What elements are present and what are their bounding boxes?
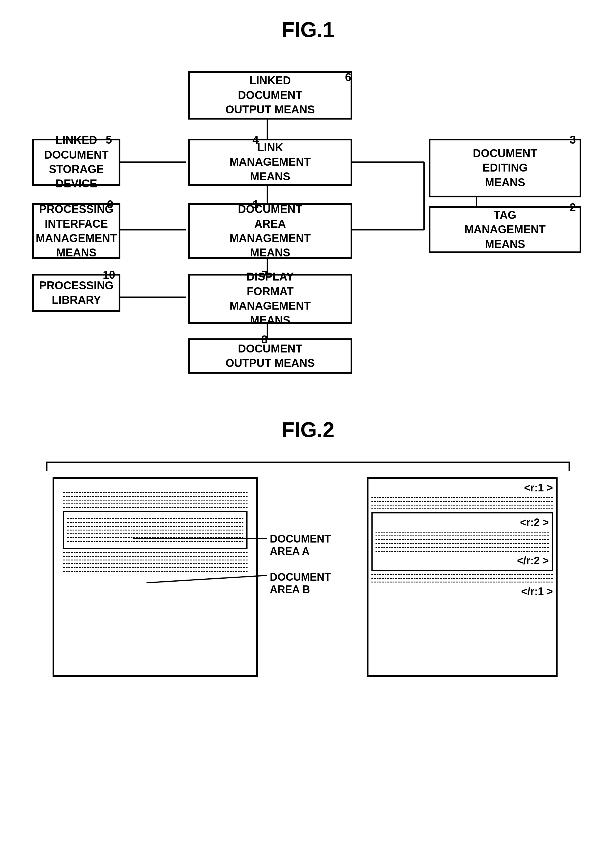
dashed-line: [67, 530, 244, 530]
dashed-line: [63, 504, 248, 504]
box-1: DOCUMENT AREA MANAGEMENT MEANS: [188, 203, 352, 259]
dashed-line: [371, 501, 553, 502]
box-8: DOCUMENT OUTPUT MEANS: [188, 338, 352, 373]
tag-r2-open: <r:2 >: [375, 516, 549, 529]
dashed-line: [371, 581, 553, 583]
dashed-line: [371, 497, 553, 498]
dashed-line: [63, 560, 248, 560]
dashed-line: [67, 518, 244, 519]
label-5: 5: [106, 134, 112, 146]
box-7: DISPLAY FORMAT MANAGEMENT MEANS: [188, 274, 352, 324]
label-4: 4: [253, 134, 259, 146]
dashed-line: [63, 556, 248, 557]
page: FIG.1: [0, 0, 616, 706]
dashed-line: [63, 507, 248, 508]
box-6: LINKED DOCUMENT OUTPUT MEANS: [188, 71, 352, 120]
label-7: 7: [261, 269, 268, 281]
fig2-title: FIG.2: [23, 418, 593, 442]
tag-r1-close: </r:1 >: [371, 586, 553, 598]
dashed-line: [375, 536, 549, 536]
doc-right-outer: <r:1 > <r:2 > </r:2 > </r:: [367, 477, 558, 677]
fig1-title: FIG.1: [23, 18, 593, 42]
dashed-line: [63, 567, 248, 568]
label-2: 2: [570, 201, 576, 214]
fig2-diagram: DOCUMENT AREA A DOCUMENT AREA B <r:1 > <…: [29, 459, 587, 689]
box-2: TAG MANAGEMENT MEANS: [429, 206, 581, 253]
dashed-line: [375, 547, 549, 548]
dashed-line: [371, 505, 553, 505]
dashed-line: [67, 537, 244, 538]
label-3: 3: [570, 134, 576, 146]
dashed-line: [63, 499, 248, 501]
doc-left-outer: [53, 477, 258, 677]
dashed-line: [371, 574, 553, 575]
dashed-line: [63, 496, 248, 497]
label-1: 1: [253, 198, 259, 211]
dashed-line: [67, 526, 244, 527]
doc-area-b-label: DOCUMENT AREA B: [270, 571, 331, 596]
dashed-line: [375, 551, 549, 552]
label-9: 9: [107, 198, 114, 211]
box-4: LINK MANAGEMENT MEANS: [188, 139, 352, 186]
dashed-line: [67, 522, 244, 523]
dashed-line: [63, 492, 248, 493]
tag-r2-close: </r:2 >: [375, 555, 549, 567]
dashed-line: [375, 543, 549, 544]
dashed-line: [67, 533, 244, 534]
box-3: DOCUMENT EDITING MEANS: [429, 139, 581, 197]
box-9: PROCESSING INTERFACE MANAGEMENT MEANS: [32, 203, 120, 259]
dashed-line: [63, 552, 248, 553]
dashed-line: [371, 508, 553, 509]
label-10: 10: [103, 269, 115, 281]
tag-r1-open: <r:1 >: [371, 482, 553, 494]
dashed-line: [63, 571, 248, 572]
fig1-diagram: LINKED DOCUMENT OUTPUT MEANS 6 LINK MANA…: [23, 59, 593, 382]
doc-area-a-label: DOCUMENT AREA A: [270, 533, 331, 557]
label-8: 8: [261, 333, 268, 346]
dashed-line: [371, 578, 553, 579]
dashed-line: [375, 532, 549, 533]
dashed-line: [67, 541, 244, 542]
dashed-line: [375, 539, 549, 540]
dashed-line: [63, 563, 248, 564]
label-6: 6: [345, 71, 351, 84]
